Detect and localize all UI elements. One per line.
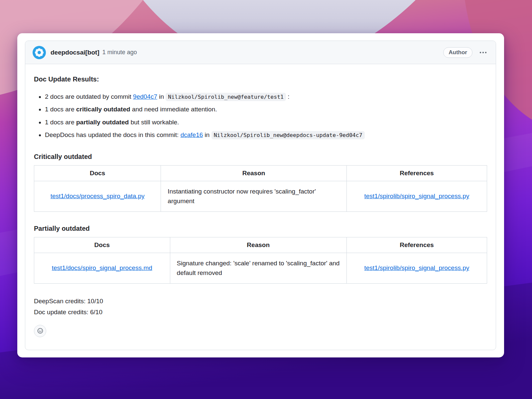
add-reaction-button[interactable]	[34, 325, 46, 337]
text-segment: and need immediate attention.	[130, 106, 217, 113]
comment-body: Doc Update Results: 2 docs are outdated …	[25, 64, 496, 350]
doc-cell: test1/docs/spiro_signal_process.md	[34, 253, 170, 283]
smiley-icon	[37, 328, 43, 334]
doc-link[interactable]: test1/docs/spiro_signal_process.md	[52, 264, 152, 271]
text-segment: :	[286, 93, 290, 100]
text-segment: 1 docs are	[45, 119, 76, 126]
doc-link[interactable]: test1/docs/process_spiro_data.py	[51, 193, 145, 200]
col-header-docs: Docs	[34, 165, 161, 181]
bold-text: partially outdated	[76, 119, 129, 126]
doc-cell: test1/docs/process_spiro_data.py	[34, 181, 161, 211]
col-header-reason: Reason	[161, 165, 346, 181]
author-name[interactable]: deepdocsai[bot]	[51, 49, 99, 56]
text-segment: in	[157, 93, 166, 100]
screenshot-card: deepdocsai[bot] 1 minute ago Author Doc …	[17, 33, 504, 357]
comment-box: deepdocsai[bot] 1 minute ago Author Doc …	[25, 41, 496, 350]
text-segment: DeepDocs has updated the docs in this co…	[45, 131, 181, 138]
col-header-references: References	[346, 237, 487, 253]
col-header-reason: Reason	[170, 237, 346, 253]
bullet-item: DeepDocs has updated the docs in this co…	[45, 130, 487, 140]
reason-cell: Instantiating constructor now requires '…	[161, 181, 346, 211]
kebab-horizontal-icon	[479, 51, 487, 54]
code-span: Nilzkool/Spirolib_new@deepdocs-update-9e…	[211, 131, 365, 139]
inline-link[interactable]: dcafe16	[181, 131, 203, 138]
reference-cell: test1/spirolib/spiro_signal_process.py	[346, 181, 487, 211]
reference-link[interactable]: test1/spirolib/spiro_signal_process.py	[364, 264, 469, 271]
critically-outdated-table: Docs Reason References test1/docs/proces…	[34, 165, 487, 212]
bullet-item: 1 docs are partially outdated but still …	[45, 117, 487, 127]
col-header-docs: Docs	[34, 237, 170, 253]
reference-cell: test1/spirolib/spiro_signal_process.py	[346, 253, 487, 283]
bullet-list: 2 docs are outdated by commit 9ed04c7 in…	[34, 92, 487, 140]
bot-avatar[interactable]	[33, 46, 46, 59]
table-header-row: Docs Reason References	[34, 165, 487, 181]
inline-link[interactable]: 9ed04c7	[133, 93, 157, 100]
doc-update-credits: Doc update credits: 6/10	[34, 308, 487, 317]
table-header-row: Docs Reason References	[34, 237, 487, 253]
section-heading-partial: Partially outdated	[34, 225, 487, 232]
reference-link[interactable]: test1/spirolib/spiro_signal_process.py	[364, 193, 469, 200]
bot-gear-icon	[33, 46, 46, 59]
kebab-menu-button[interactable]	[478, 49, 488, 57]
comment-timestamp[interactable]: 1 minute ago	[102, 49, 137, 56]
text-segment: 2 docs are outdated by commit	[45, 93, 133, 100]
col-header-references: References	[346, 165, 487, 181]
bullet-item: 2 docs are outdated by commit 9ed04c7 in…	[45, 92, 487, 101]
deepscan-credits: DeepScan credits: 10/10	[34, 297, 487, 306]
code-span: Nilzkool/Spirolib_new@feature/test1	[166, 93, 286, 101]
section-heading-critical: Critically outdated	[34, 153, 487, 161]
doc-update-title: Doc Update Results:	[34, 75, 487, 83]
bullet-item: 1 docs are critically outdated and need …	[45, 104, 487, 114]
text-segment: but still workable.	[129, 119, 179, 126]
table-row: test1/docs/spiro_signal_process.md Signa…	[34, 253, 487, 283]
text-segment: in	[203, 131, 211, 138]
bold-text: critically outdated	[76, 106, 130, 113]
text-segment: 1 docs are	[45, 106, 76, 113]
table-row: test1/docs/process_spiro_data.py Instant…	[34, 181, 487, 211]
author-badge: Author	[443, 47, 472, 58]
partially-outdated-table: Docs Reason References test1/docs/spiro_…	[34, 237, 487, 284]
comment-header: deepdocsai[bot] 1 minute ago Author	[25, 41, 496, 64]
reason-cell: Signature changed: 'scale' renamed to 's…	[170, 253, 346, 283]
